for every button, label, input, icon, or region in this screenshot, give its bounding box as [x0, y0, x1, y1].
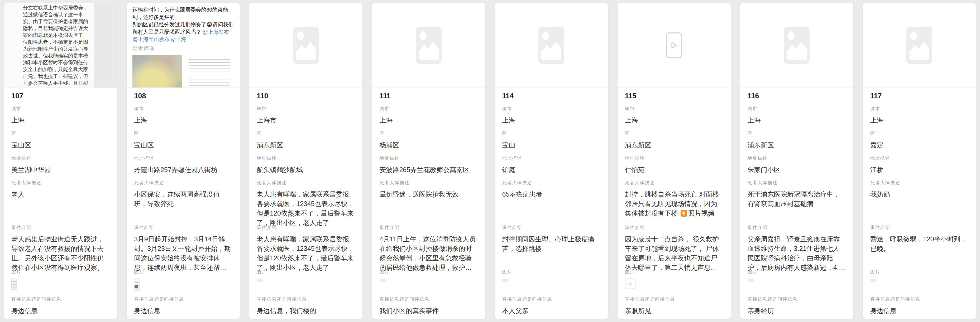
cover-text-screenshot[interactable]: 分左右联系上中华西居委会，通过微信语音确认了这一事实。由于需要保护患者家属的隐私… [4, 3, 117, 87]
field-address-label: 地址描述 [379, 155, 478, 161]
field-district-value: 杨浦区 [379, 140, 478, 150]
field-event: 事件介绍 封控期间因生理、心理上极度痛苦，选择跳楼 [502, 225, 601, 269]
field-city-label: 城市 [379, 106, 478, 112]
card-body: 114 城市 上海 区 宝山 地址描述 铂庭 死者大体描述 65岁癌症患者 事件… [495, 88, 608, 319]
record-card[interactable]: 111 城市 上海 区 杨浦区 地址描述 安波路265弄兰花教师公寓南区 死者大… [372, 3, 485, 319]
card-cover[interactable] [495, 3, 608, 88]
field-deceased-value: 死于浦东医院新冠隔离治疗中，有肾衰高血压封基础病 [748, 189, 846, 208]
field-address: 地址描述 丹霞山路257弄馨佳园八街坊 [134, 155, 232, 180]
field-city: 城市 上海 [870, 106, 969, 130]
field-address-value: 江桥 [870, 165, 969, 174]
card-cover[interactable] [249, 3, 363, 88]
card-cover[interactable] [372, 3, 485, 88]
field-deceased: 死者大体描述 死于浦东医院新冠隔离治疗中，有肾衰高血压封基础病 [748, 180, 846, 225]
field-deceased-value: 小区保安，连续两周高强度值班，导致猝死 [134, 189, 232, 208]
cabbage-photo[interactable] [132, 55, 182, 88]
field-deceased: 死者大体描述 65岁癌症患者 [502, 180, 601, 225]
field-city: 城市 上海市 [257, 106, 355, 130]
record-number: 110 [257, 92, 355, 106]
screenshot-thumbnail[interactable] [134, 279, 140, 291]
placeholder-sun-dot [788, 31, 795, 40]
card-cover[interactable] [740, 3, 853, 88]
card-body: 107 城市 上海 区 宝山区 地址描述 美兰湖中华园 死者大体描述 老人 事件… [4, 88, 117, 319]
empty-attachment-pill [870, 279, 877, 282]
field-address: 地址描述 仁怡苑 [625, 155, 723, 180]
field-event-label: 事件介绍 [625, 225, 723, 230]
field-event-value: 因为凌晨十二点自杀， 很久救护车来了可能看到现场死了， 尸体留在原地，后来半夜也… [625, 234, 723, 272]
record-number: 114 [502, 92, 601, 106]
field-image: 图片 [748, 269, 846, 296]
record-card[interactable]: 117 城市 上海 区 嘉定 地址描述 江桥 死者大体描述 我奶奶 事件介绍 昏… [862, 3, 976, 319]
field-event-label: 事件介绍 [134, 225, 232, 230]
field-direct-value: 我们小区的真实事件 [379, 306, 478, 316]
image-thumbnail-slot[interactable] [870, 279, 969, 282]
play-triangle-icon [628, 281, 633, 286]
field-event: 事件介绍 老人患有哮喘，家属联系居委报备要求就医，12345也表示尽快，但是12… [257, 225, 355, 269]
field-direct-value: 身边信息，我们楼的 [257, 306, 355, 316]
record-number: 111 [379, 92, 478, 106]
record-card[interactable]: 110 城市 上海市 区 浦东新区 地址描述 航头镇鹤沙航城 死者大体描述 老人… [249, 3, 363, 319]
image-thumbnail-slot[interactable] [379, 279, 478, 282]
image-thumbnail-slot[interactable] [11, 279, 110, 290]
field-district: 区 浦东新区 [625, 130, 723, 155]
field-event-value: 昏迷，呼吸微弱，120半小时到，已晚。 [870, 234, 969, 253]
video-thumbnail[interactable] [625, 279, 635, 289]
field-direct-label: 直接信息还是间接信息 [748, 296, 846, 302]
field-event-label: 事件介绍 [379, 225, 478, 230]
placeholder-mountain [418, 40, 439, 60]
field-district-value: 浦东新区 [748, 140, 846, 150]
text-screenshot-photo[interactable] [185, 55, 234, 88]
field-district: 区 宝山 [502, 130, 601, 155]
record-card[interactable]: 114 城市 上海 区 宝山 地址描述 铂庭 死者大体描述 65岁癌症患者 事件… [495, 3, 608, 319]
card-cover[interactable]: 分左右联系上中华西居委会，通过微信语音确认了这一事实。由于需要保护患者家属的隐私… [4, 3, 117, 88]
field-direct-label: 直接信息还是间接信息 [134, 296, 232, 302]
field-address-label: 地址描述 [502, 155, 601, 161]
image-thumbnail-slot[interactable] [134, 279, 232, 291]
field-deceased-value: 老人 [11, 189, 110, 199]
card-body: 108 城市 上海 区 宝山区 地址描述 丹霞山路257弄馨佳园八街坊 死者大体… [127, 88, 240, 319]
field-deceased-label: 死者大体描述 [134, 180, 232, 186]
card-body: 110 城市 上海市 区 浦东新区 地址描述 航头镇鹤沙航城 死者大体描述 老人… [249, 88, 363, 319]
card-cover[interactable]: 运输有时间，为什么跟居委会的60的菜能到，还好多是烂的别的区都已经分发过几批物资… [127, 3, 240, 88]
card-cover[interactable] [617, 3, 731, 88]
image-thumbnail-slot[interactable] [748, 279, 846, 282]
field-district-label: 区 [257, 130, 355, 136]
image-placeholder-icon [907, 27, 932, 64]
field-event: 事件介绍 父亲周嘉祖，肾衰且瘫痪在床靠血透维持生命，3.21住进第七人民医院肾病… [748, 225, 846, 269]
field-deceased-value: 晕倒昏迷，送医院抢救无效 [379, 189, 478, 199]
field-event-label: 事件介绍 [502, 225, 601, 230]
image-thumbnail-slot[interactable] [502, 279, 601, 282]
field-event-label: 事件介绍 [748, 225, 846, 230]
view-translation-link[interactable]: 查看翻译 [132, 45, 234, 52]
record-number: 117 [870, 92, 969, 106]
field-address-value: 美兰湖中华园 [11, 165, 110, 174]
image-thumbnail-slot[interactable] [625, 279, 723, 289]
record-card[interactable]: 115 城市 上海 区 浦东新区 地址描述 仁怡苑 死者大体描述 封控，跳楼自杀… [617, 3, 731, 319]
field-district-label: 区 [748, 130, 846, 136]
field-direct: 直接信息还是间接信息 本人父亲 [502, 296, 601, 316]
image-thumbnail-slot[interactable] [257, 279, 355, 282]
record-number: 107 [11, 92, 110, 106]
record-card[interactable]: 分左右联系上中华西居委会，通过微信语音确认了这一事实。由于需要保护患者家属的隐私… [4, 3, 118, 319]
video-play-icon[interactable] [666, 32, 682, 58]
record-card[interactable]: 116 城市 上海 区 浦东新区 地址描述 朱家门小区 死者大体描述 死于浦东医… [740, 3, 854, 319]
screenshot-thumbnail[interactable] [11, 279, 17, 290]
field-direct: 直接信息还是间接信息 亲眼所见 [625, 296, 723, 316]
field-direct: 直接信息还是间接信息 我们小区的真实事件 [379, 296, 478, 316]
card-board: 分左右联系上中华西居委会，通过微信语音确认了这一事实。由于需要保护患者家属的隐私… [0, 0, 980, 322]
field-address-value: 安波路265弄兰花教师公寓南区 [379, 165, 478, 174]
field-direct: 直接信息还是间接信息 亲身经历 [748, 296, 846, 316]
field-address-label: 地址描述 [625, 155, 723, 161]
field-direct: 直接信息还是间接信息 身边信息 [134, 296, 232, 316]
field-image: 图片 [134, 269, 232, 296]
field-district-label: 区 [870, 130, 969, 136]
field-direct: 直接信息还是间接信息 身边信息 [11, 296, 110, 316]
card-cover[interactable] [863, 3, 976, 88]
cover-social-post[interactable]: 运输有时间，为什么跟居委会的60的菜能到，还好多是烂的别的区都已经分发过几批物资… [127, 3, 240, 87]
field-district-label: 区 [502, 130, 601, 136]
field-deceased-value: 封控，跳楼自杀当场死亡 对面楼邻居只看见听见现场情况，因为集体被封没有下楼 有照… [625, 189, 723, 218]
field-address-value: 铂庭 [502, 165, 601, 174]
field-city: 城市 上海 [625, 106, 723, 130]
record-card[interactable]: 运输有时间，为什么跟居委会的60的菜能到，还好多是烂的别的区都已经分发过几批物资… [126, 3, 240, 319]
field-address-label: 地址描述 [748, 155, 846, 161]
